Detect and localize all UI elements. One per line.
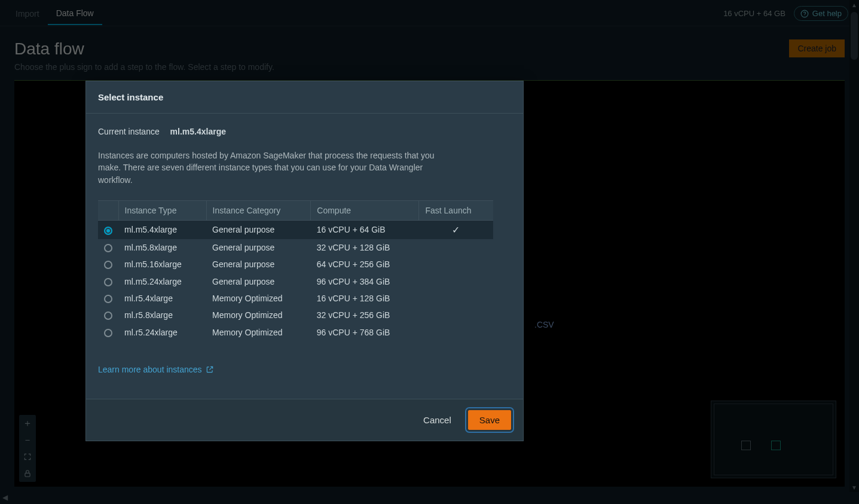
top-right-bar: 16 vCPU + 64 GB Get help [723, 6, 848, 21]
col-instance-category: Instance Category [206, 200, 311, 220]
instance-radio[interactable] [104, 295, 112, 303]
table-row[interactable]: ml.m5.4xlargeGeneral purpose16 vCPU + 64… [98, 220, 493, 239]
lock-icon [23, 469, 32, 478]
external-link-icon [206, 365, 214, 374]
cancel-button[interactable]: Cancel [418, 411, 456, 429]
table-row[interactable]: ml.m5.16xlargeGeneral purpose64 vCPU + 2… [98, 256, 493, 273]
col-instance-type: Instance Type [118, 200, 206, 220]
current-instance-row: Current instance ml.m5.4xlarge [98, 127, 511, 136]
get-help-button[interactable]: Get help [794, 6, 848, 21]
fast-launch-cell [419, 323, 493, 340]
csv-node-hint: .CSV [534, 320, 554, 329]
compute-cell: 64 vCPU + 256 GiB [311, 256, 419, 273]
instance-radio[interactable] [104, 311, 112, 320]
current-instance-label: Current instance [98, 127, 160, 136]
instance-category-cell: General purpose [206, 256, 311, 273]
table-row[interactable]: ml.m5.24xlargeGeneral purpose96 vCPU + 3… [98, 273, 493, 289]
fast-launch-cell [419, 290, 493, 307]
compute-cell: 16 vCPU + 64 GiB [311, 220, 419, 239]
select-instance-modal: Select instance Current instance ml.m5.4… [85, 81, 524, 441]
instance-type-cell: ml.m5.16xlarge [118, 256, 206, 273]
instance-category-cell: Memory Optimized [206, 323, 311, 340]
minimap[interactable] [711, 401, 836, 478]
instance-type-cell: ml.m5.24xlarge [118, 273, 206, 289]
compute-cell: 96 vCPU + 768 GiB [311, 323, 419, 340]
instance-category-cell: General purpose [206, 239, 311, 256]
scroll-up-icon[interactable]: ▲ [849, 0, 859, 10]
instance-type-cell: ml.r5.4xlarge [118, 290, 206, 307]
fast-launch-cell [419, 273, 493, 289]
instance-category-cell: General purpose [206, 220, 311, 239]
compute-status: 16 vCPU + 64 GB [723, 9, 785, 18]
instance-category-cell: Memory Optimized [206, 290, 311, 307]
instance-type-cell: ml.m5.8xlarge [118, 239, 206, 256]
learn-more-label: Learn more about instances [98, 365, 202, 374]
minimap-viewport [714, 404, 833, 475]
instance-radio[interactable] [104, 261, 112, 269]
learn-more-link[interactable]: Learn more about instances [98, 365, 214, 374]
vertical-scrollbar[interactable]: ▲ ▼ [849, 0, 859, 492]
table-header-row: Instance Type Instance Category Compute … [98, 200, 493, 220]
compute-cell: 32 vCPU + 256 GiB [311, 307, 419, 323]
get-help-label: Get help [812, 9, 842, 18]
instance-type-cell: ml.m5.4xlarge [118, 220, 206, 239]
zoom-out-button[interactable]: － [19, 432, 36, 448]
svg-rect-2 [25, 473, 30, 476]
instance-type-cell: ml.r5.8xlarge [118, 307, 206, 323]
tab-import[interactable]: Import [7, 2, 48, 25]
instance-table: Instance Type Instance Category Compute … [98, 200, 493, 341]
instance-radio[interactable] [104, 329, 112, 337]
svg-point-0 [801, 10, 808, 17]
canvas-toolbar: ＋ － [19, 415, 36, 482]
modal-title: Select instance [86, 81, 523, 114]
fit-screen-button[interactable] [19, 448, 36, 465]
table-row[interactable]: ml.r5.4xlargeMemory Optimized16 vCPU + 1… [98, 290, 493, 307]
fast-launch-cell [419, 239, 493, 256]
current-instance-value: ml.m5.4xlarge [170, 127, 226, 136]
table-row[interactable]: ml.r5.24xlargeMemory Optimized96 vCPU + … [98, 323, 493, 340]
minimap-node [771, 441, 781, 450]
fast-launch-cell [419, 307, 493, 323]
compute-cell: 16 vCPU + 128 GiB [311, 290, 419, 307]
chevron-left-icon[interactable]: ◀ [2, 493, 8, 502]
fast-launch-cell: ✓ [419, 220, 493, 239]
instance-radio[interactable] [104, 244, 112, 252]
col-fast-launch: Fast Launch [419, 200, 493, 220]
page-subtitle: Choose the plus sign to add a step to th… [14, 62, 274, 72]
page-title: Data flow [14, 39, 274, 59]
compute-cell: 32 vCPU + 128 GiB [311, 239, 419, 256]
modal-description: Instances are computers hosted by Amazon… [98, 149, 457, 186]
page-header: Data flow Choose the plus sign to add a … [0, 26, 859, 80]
help-icon [800, 10, 809, 18]
save-button[interactable]: Save [468, 410, 511, 430]
instance-type-cell: ml.r5.24xlarge [118, 323, 206, 340]
minimap-node [741, 441, 751, 450]
create-job-button[interactable]: Create job [789, 39, 845, 57]
compute-cell: 96 vCPU + 384 GiB [311, 273, 419, 289]
fit-screen-icon [23, 453, 32, 461]
modal-footer: Cancel Save [86, 399, 523, 441]
scroll-down-icon[interactable]: ▼ [849, 482, 859, 492]
col-compute: Compute [311, 200, 419, 220]
fast-launch-cell [419, 256, 493, 273]
svg-point-1 [804, 15, 805, 16]
table-row[interactable]: ml.m5.8xlargeGeneral purpose32 vCPU + 12… [98, 239, 493, 256]
instance-category-cell: General purpose [206, 273, 311, 289]
lock-button[interactable] [19, 465, 36, 482]
zoom-in-button[interactable]: ＋ [19, 415, 36, 432]
instance-radio[interactable] [104, 278, 112, 286]
app-root: Import Data Flow 16 vCPU + 64 GB Get hel… [0, 0, 859, 504]
instance-category-cell: Memory Optimized [206, 307, 311, 323]
table-row[interactable]: ml.r5.8xlargeMemory Optimized32 vCPU + 2… [98, 307, 493, 323]
instance-radio[interactable] [104, 227, 112, 235]
modal-body: Current instance ml.m5.4xlarge Instances… [86, 114, 523, 399]
tab-data-flow[interactable]: Data Flow [48, 1, 102, 25]
scroll-thumb[interactable] [851, 12, 858, 60]
